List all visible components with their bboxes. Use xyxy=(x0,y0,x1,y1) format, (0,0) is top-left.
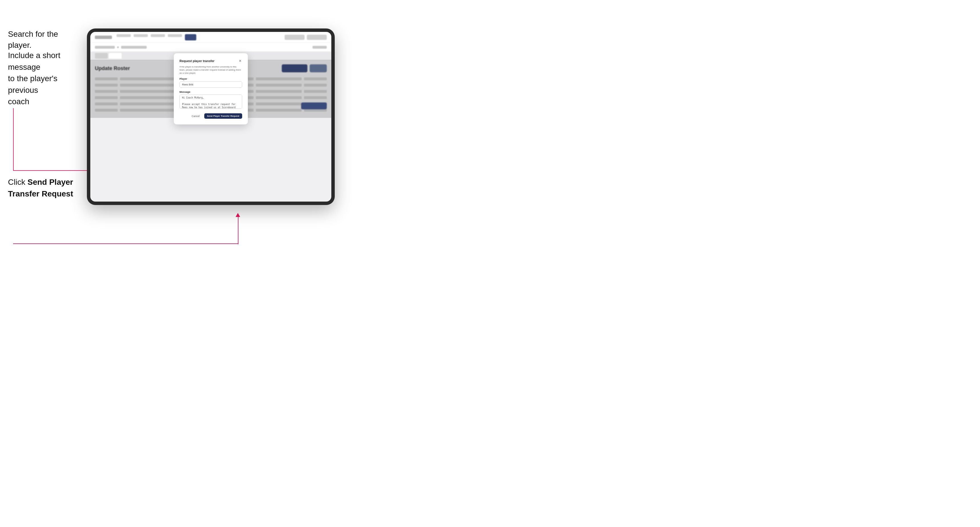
app-logo xyxy=(95,36,112,39)
annotation-search: Search for the player. xyxy=(8,29,80,51)
message-textarea[interactable]: Hi Coach McHarg, Please accept this tran… xyxy=(180,95,242,109)
nav-items xyxy=(116,34,285,40)
sub-header xyxy=(90,43,331,52)
dialog-footer: Cancel Send Player Transfer Request xyxy=(180,113,242,119)
app-header xyxy=(90,32,331,43)
header-button-2 xyxy=(307,35,327,40)
dialog-description: If the player is transferring from anoth… xyxy=(180,65,242,75)
annotation-line-vertical-1 xyxy=(13,108,14,171)
tab-1 xyxy=(95,53,108,59)
message-label: Message xyxy=(180,90,242,94)
breadcrumb-separator xyxy=(117,46,119,48)
nav-item-4 xyxy=(168,34,182,37)
annotation-message: Include a short messageto the player's p… xyxy=(8,50,82,108)
request-transfer-dialog: Request player transfer ✕ If the player … xyxy=(174,53,248,125)
main-content: Update Roster xyxy=(90,60,331,118)
player-input[interactable] xyxy=(180,81,242,88)
annotation-line-horizontal-2 xyxy=(13,243,238,244)
nav-item-2 xyxy=(134,34,148,37)
annotation-line-vertical-2 xyxy=(238,216,239,244)
dialog-overlay: Request player transfer ✕ If the player … xyxy=(90,60,331,118)
annotation-send: Click Send PlayerTransfer Request xyxy=(8,176,73,200)
breadcrumb-2 xyxy=(121,46,147,49)
header-right xyxy=(285,35,327,40)
bottom-row xyxy=(301,103,327,110)
annotation-arrow-2 xyxy=(235,213,240,217)
save-button-bg xyxy=(301,103,327,110)
cancel-button[interactable]: Cancel xyxy=(189,114,202,119)
breadcrumb-action xyxy=(312,46,327,49)
breadcrumb-1 xyxy=(95,46,115,49)
dialog-title: Request player transfer xyxy=(180,59,215,63)
player-label: Player xyxy=(180,78,242,80)
tablet-screen: Update Roster xyxy=(90,32,331,202)
close-icon[interactable]: ✕ xyxy=(238,59,242,63)
tab-2-active xyxy=(109,53,122,59)
nav-item-3 xyxy=(151,34,165,37)
dialog-header: Request player transfer ✕ xyxy=(180,59,242,63)
nav-item-active xyxy=(185,34,196,40)
tablet-device: Update Roster xyxy=(87,29,335,205)
header-button-1 xyxy=(285,35,305,40)
send-transfer-request-button[interactable]: Send Player Transfer Request xyxy=(204,113,242,119)
nav-item-1 xyxy=(116,34,131,37)
